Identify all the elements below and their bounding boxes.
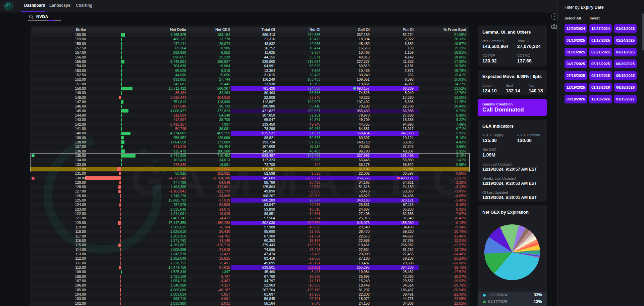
- table-row[interactable]: 156.00690,05725,23944,15535,87140,0134,1…: [30, 55, 470, 59]
- search-input[interactable]: NVDA: [36, 14, 48, 19]
- camera-icon[interactable]: [551, 24, 557, 30]
- col-header[interactable]: Net OI: [310, 28, 320, 32]
- table-row[interactable]: 144.00-211,69954,146107,65952,28179,9702…: [30, 113, 470, 118]
- expiry-date-button[interactable]: 01/03/2025: [614, 24, 637, 33]
- table-row[interactable]: 142.00-6,416,2577,997139,450-49,94044,75…: [30, 122, 470, 127]
- col-header[interactable]: Put OI: [403, 28, 414, 32]
- table-row[interactable]: 147.00751,612118,089112,887102,097107,49…: [30, 100, 470, 104]
- expiry-date-button[interactable]: 03/21/2025: [614, 48, 637, 56]
- table-row[interactable]: 157.5069,3648,98616,75216,47416,61313919…: [30, 46, 470, 50]
- table-row[interactable]: 154.00764,83019,96464,99156,62960,8104,1…: [30, 64, 470, 68]
- table-row[interactable]: 145.004,068,477372,923421,827289,051355,…: [30, 109, 470, 113]
- table-row[interactable]: 148.00-3,598,444-104,610-22,908-57,548-4…: [30, 95, 470, 100]
- table-row[interactable]: 104.001,603,614-3,85761,697-17,28522,206…: [30, 292, 470, 297]
- table-row[interactable]: 155.003,746,881166,637238,960215,694227,…: [30, 59, 470, 64]
- table-row[interactable]: 152.00892,80527,744116,249103,453109,851…: [30, 77, 470, 82]
- expiry-date-button[interactable]: 12/20/2024: [565, 24, 587, 33]
- table-row[interactable]: 137.00-171,37599,404107,60933,11770,3633…: [30, 144, 470, 149]
- expiry-date-button[interactable]: 12/19/2025: [565, 83, 587, 92]
- ticker-search[interactable]: NVDA: [28, 13, 95, 21]
- table-row[interactable]: 116.001,271,762-14,14660,353-15,17722,58…: [30, 238, 470, 243]
- table-row[interactable]: 122.001,241,081-19,62989,851-34,86127,49…: [30, 212, 470, 216]
- table-row[interactable]: 151.00342,68119,44523,93015,79219,8614,0…: [30, 82, 470, 86]
- table-row[interactable]: 127.00-1,163,041-112,73949,890-56,836-3,…: [30, 189, 470, 193]
- table-row[interactable]: 160.004,295,825193,184389,413284,865337,…: [30, 33, 470, 37]
- expiry-date-button[interactable]: 02/21/2025: [589, 48, 612, 56]
- table-row[interactable]: 123.001,315,846-14,67159,890-10,51624,68…: [30, 207, 470, 212]
- expiry-date-button[interactable]: 05/16/2025: [589, 59, 612, 68]
- table-row[interactable]: 121.001,407,742-4,41257,564-5,73425,9153…: [30, 216, 470, 220]
- table-row[interactable]: 117.001,261,956-24,78167,300-21,95422,67…: [30, 234, 470, 238]
- table-row[interactable]: 146.00-117,64636,733100,98655,41078,1982…: [30, 104, 470, 108]
- table-row[interactable]: 111.001,228,755-5,49149,095-10,12119,487…: [30, 261, 470, 265]
- select-all-link[interactable]: Select All: [565, 16, 581, 20]
- expiry-date-button[interactable]: 06/18/2026: [614, 83, 637, 92]
- expiry-date-button[interactable]: 08/15/2025: [589, 71, 612, 80]
- collapse-panel-icon[interactable]: ›: [551, 13, 558, 20]
- table-row[interactable]: 119.001,509,635-6,18457,988-10,89023,549…: [30, 225, 470, 229]
- table-row[interactable]: 120.0017,447,350-150,260802,036-109,8843…: [30, 221, 470, 225]
- expiry-date-button[interactable]: 04/17/2025: [565, 59, 587, 68]
- table-row[interactable]: 108.001,721,106-8,76767,760-16,36625,697…: [30, 274, 470, 279]
- table-row[interactable]: 152.5044,68015,05631,01529,48330,2497661…: [30, 73, 470, 77]
- expiry-date-button[interactable]: 12/18/2026: [589, 95, 612, 103]
- table-row[interactable]: 107.001,054,210-4,40244,797-14,31715,240…: [30, 279, 470, 283]
- table-row[interactable]: 118.001,829,619-26,43095,690-22,75036,47…: [30, 229, 470, 234]
- table-row[interactable]: 112.001,382,049-19,82583,416-29,05627,18…: [30, 256, 470, 261]
- table-row[interactable]: 113.001,342,978-3,43747,474-7,45620,0092…: [30, 252, 470, 256]
- table-row[interactable]: 159.00400,13713,77821,31615,47218,3942,9…: [30, 37, 470, 41]
- table-row[interactable]: 132.00921,556-191,608116,9875,22561,1065…: [30, 167, 470, 171]
- table-row[interactable]: 139.00256,652126,99988,82150,57369,69719…: [30, 136, 470, 140]
- table-row[interactable]: 114.001,008,985-21,61574,096-28,42822,83…: [30, 248, 470, 252]
- expiry-date-button[interactable]: 01/15/2027: [614, 95, 637, 103]
- table-row[interactable]: 157.00292,6908,55211,6259,30710,4661,159…: [30, 50, 470, 55]
- col-header[interactable]: Call OI: [358, 28, 370, 32]
- table-row[interactable]: 109.001,525,3481,34745,466-5,49819,98425…: [30, 270, 470, 274]
- table-row[interactable]: 140.004,774,085469,755815,537321,371568,…: [30, 131, 470, 135]
- table-row[interactable]: 102.001,833,980-2,03158,164-9,84824,1583…: [30, 301, 470, 306]
- expiry-date-button[interactable]: 07/18/2025: [565, 71, 587, 80]
- table-row[interactable]: 153.0065,0299,21513,3047,56210,4332,8711…: [30, 69, 470, 73]
- table-row[interactable]: 131.0050,925-102,92152,598-9,59522,00230…: [30, 171, 470, 176]
- expiry-date-button[interactable]: 09/19/2025: [614, 71, 637, 80]
- table-row[interactable]: 135.003,741,909710,452529,487146,495337,…: [30, 154, 470, 158]
- scrollbar-thumb[interactable]: [642, 13, 644, 50]
- table-row[interactable]: 150.0013,711,422566,307761,426624,888693…: [30, 86, 470, 91]
- expiry-date-button[interactable]: 12/27/2024: [589, 24, 612, 33]
- expiry-date-button[interactable]: 09/18/2026: [565, 95, 587, 103]
- table-row[interactable]: 128.001,493,390-112,601125,804-22,57451,…: [30, 185, 470, 189]
- table-row[interactable]: 125.0015,668,793-37,019660,28920,047340,…: [30, 198, 470, 203]
- table-row[interactable]: 149.00-35,43432,26480,46368,58374,5235,9…: [30, 91, 470, 95]
- table-row[interactable]: 105.004,905,089-48,187267,764-105,17081,…: [30, 288, 470, 292]
- table-row[interactable]: 143.00-412,99738,70665,04734,37149,70915…: [30, 118, 470, 122]
- expiry-date-button[interactable]: 06/20/2025: [614, 59, 637, 68]
- expiry-date-button[interactable]: 01/17/2025: [589, 36, 612, 45]
- expiry-date-button[interactable]: 01/10/2025: [565, 36, 587, 45]
- col-header[interactable]: Net GEX: [215, 28, 230, 32]
- table-row[interactable]: 115.004,263,807-120,710379,443-158,52111…: [30, 243, 470, 247]
- table-row[interactable]: 158.00970,41129,07448,83242,06845,4503,3…: [30, 42, 470, 46]
- invert-link[interactable]: Invert: [590, 16, 600, 20]
- expiry-date-button[interactable]: 01/16/2026: [589, 83, 612, 92]
- table-row[interactable]: 126.001,748,178-34,865108,267-20,60943,8…: [30, 194, 470, 198]
- col-header[interactable]: Strike: [75, 28, 86, 32]
- tab-dashboard[interactable]: Dashboard: [24, 3, 45, 8]
- col-header[interactable]: % From Spot: [443, 28, 466, 32]
- table-row[interactable]: 138.001,664,550173,689193,73487,702140,7…: [30, 140, 470, 144]
- table-row[interactable]: 106.001,346,988-4,11752,963-16,06518,449…: [30, 283, 470, 288]
- table-row[interactable]: 136.00915,479180,586145,09748,48396,7904…: [30, 149, 470, 154]
- col-header[interactable]: Net Delta: [170, 28, 186, 32]
- table-row[interactable]: 129.00477,789-64,54988,786-20,45634,1655…: [30, 180, 470, 185]
- tab-charting[interactable]: Charting: [76, 3, 92, 8]
- table-row[interactable]: 110.0017,474,756-97,635639,501-128,91125…: [30, 265, 470, 270]
- expiry-date-button[interactable]: 01/31/2025: [565, 48, 587, 56]
- col-header[interactable]: Total OI: [262, 28, 275, 32]
- table-row[interactable]: 133.00-226,83318,08172,700-34436,17836,5…: [30, 163, 470, 167]
- table-row[interactable]: 134.00102,41034,013117,3239,56363,44353,…: [30, 158, 470, 162]
- tab-landscape[interactable]: Landscape: [49, 3, 70, 8]
- table-row[interactable]: 103.00998,710-6,09159,845-29,70115,07244…: [30, 297, 470, 301]
- table-row[interactable]: 130.00-4,259,948-1,764,180745,683-232,57…: [30, 176, 470, 180]
- table-row[interactable]: 141.00-50,74536,08178,29850,46464,38113,…: [30, 127, 470, 131]
- table-row[interactable]: 124.00787,975-62,50693,947-40,28526,8316…: [30, 203, 470, 207]
- expiry-date-button[interactable]: 01/24/2025: [614, 36, 637, 45]
